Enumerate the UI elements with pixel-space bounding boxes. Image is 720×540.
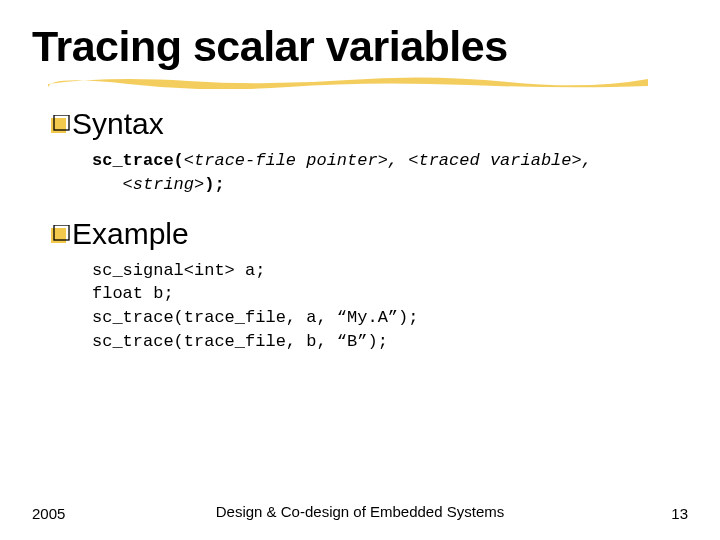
bullet-syntax-label: Syntax [72, 107, 164, 141]
syntax-fn: sc_trace( [92, 151, 184, 170]
footer: 2005 Design & Co-design of Embedded Syst… [0, 505, 720, 522]
syntax-tail: ); [204, 175, 224, 194]
slide: Tracing scalar variables Syntax sc_trace… [0, 0, 720, 540]
svg-rect-0 [51, 118, 66, 133]
footer-year: 2005 [32, 505, 65, 522]
title-underline [48, 75, 648, 89]
bullet-icon [48, 115, 70, 137]
example-code: sc_signal<int> a; float b; sc_trace(trac… [92, 259, 688, 354]
bullet-example: Example [48, 217, 688, 251]
footer-center: Design & Co-design of Embedded Systems [0, 503, 720, 522]
bullet-icon [48, 225, 70, 247]
bullet-example-label: Example [72, 217, 189, 251]
footer-page: 13 [671, 505, 688, 522]
svg-rect-2 [51, 228, 66, 243]
syntax-code: sc_trace(<trace-file pointer>, <traced v… [92, 149, 688, 197]
slide-body: Syntax sc_trace(<trace-file pointer>, <t… [48, 107, 688, 354]
bullet-syntax: Syntax [48, 107, 688, 141]
slide-title: Tracing scalar variables [32, 22, 688, 71]
